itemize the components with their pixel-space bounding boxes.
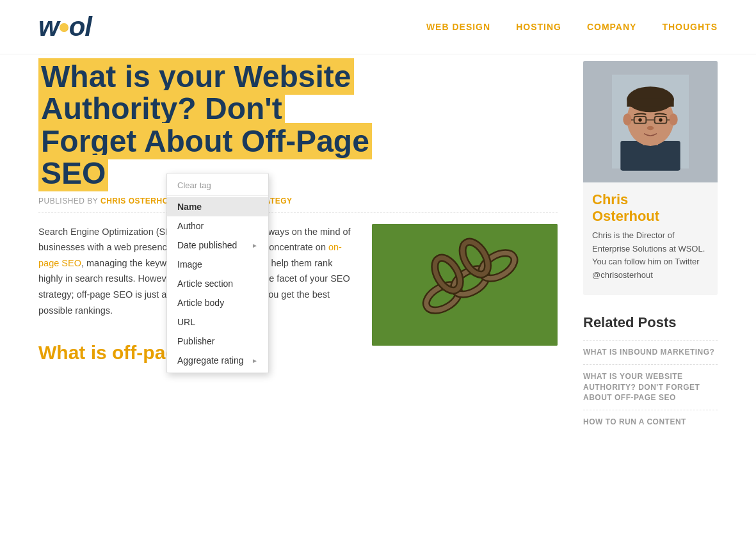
dropdown-item-date-published[interactable]: Date published ► bbox=[167, 236, 268, 255]
article-body: Search Engine Optimization (SEO) is a su… bbox=[38, 224, 558, 369]
dropdown-item-article-body[interactable]: Article body bbox=[167, 293, 268, 312]
dropdown-item-article-section[interactable]: Article section bbox=[167, 274, 268, 293]
nav-thoughts[interactable]: THOUGHTS bbox=[662, 22, 718, 32]
dropdown-item-author[interactable]: Author bbox=[167, 216, 268, 236]
svg-point-26 bbox=[647, 126, 654, 131]
chevron-right-icon-2: ► bbox=[252, 357, 258, 364]
header: wol WEB DESIGN HOSTING COMPANY THOUGHTS bbox=[0, 0, 756, 54]
dropdown-menu: Clear tag Name Author Date published ► I… bbox=[166, 173, 269, 373]
dropdown-item-aggregate-rating[interactable]: Aggregate rating ► bbox=[167, 351, 268, 370]
author-name: ChrisOsterhout bbox=[583, 182, 718, 229]
logo-text: wol bbox=[38, 12, 92, 42]
logo[interactable]: wol bbox=[38, 12, 92, 42]
article-title: What is your Website Authority? Don't Fo… bbox=[38, 61, 558, 190]
author-card: ChrisOsterhout Chris is the Director of … bbox=[583, 61, 718, 295]
svg-point-24 bbox=[638, 118, 641, 122]
related-post-2[interactable]: WHAT IS YOUR WEBSITE AUTHORITY? DON'T FO… bbox=[583, 364, 718, 410]
nav-company[interactable]: COMPANY bbox=[587, 22, 637, 32]
dropdown-item-name[interactable]: Name bbox=[167, 197, 268, 216]
related-posts: Related Posts WHAT IS INBOUND MARKETING?… bbox=[583, 314, 718, 434]
published-prefix: PUBLISHED BY bbox=[38, 197, 98, 205]
chevron-right-icon: ► bbox=[252, 242, 258, 249]
nav-hosting[interactable]: HOSTING bbox=[516, 22, 561, 32]
dropdown-item-publisher[interactable]: Publisher bbox=[167, 332, 268, 351]
related-post-3[interactable]: HOW TO RUN A CONTENT bbox=[583, 410, 718, 434]
logo-dot bbox=[60, 23, 68, 32]
dropdown-clear-tag[interactable]: Clear tag bbox=[167, 176, 268, 196]
chain-svg bbox=[372, 224, 558, 346]
title-line1: What is your Website bbox=[38, 58, 354, 95]
main-content: What is your Website Authority? Don't Fo… bbox=[0, 54, 756, 434]
navigation: WEB DESIGN HOSTING COMPANY THOUGHTS bbox=[426, 22, 718, 32]
author-photo-svg bbox=[612, 70, 689, 173]
dropdown-container: Clear tag Name Author Date published ► I… bbox=[166, 173, 269, 373]
sidebar: ChrisOsterhout Chris is the Director of … bbox=[583, 54, 718, 434]
author-bio: Chris is the Director of Enterprise Solu… bbox=[583, 229, 718, 282]
related-post-1[interactable]: WHAT IS INBOUND MARKETING? bbox=[583, 340, 718, 364]
article: What is your Website Authority? Don't Fo… bbox=[38, 54, 558, 434]
svg-point-25 bbox=[659, 118, 662, 122]
title-line4: SEO bbox=[38, 155, 108, 191]
svg-rect-16 bbox=[627, 98, 673, 106]
related-posts-title: Related Posts bbox=[583, 314, 718, 331]
svg-point-18 bbox=[669, 113, 677, 125]
dropdown-item-url[interactable]: URL bbox=[167, 312, 268, 332]
svg-point-17 bbox=[623, 113, 631, 125]
article-image bbox=[372, 224, 558, 346]
title-line2: Authority? Don't bbox=[38, 90, 285, 127]
nav-web-design[interactable]: WEB DESIGN bbox=[426, 22, 490, 32]
dropdown-item-image[interactable]: Image bbox=[167, 255, 268, 274]
published-line: PUBLISHED BY CHRIS OSTERHOUT | MARKETING… bbox=[38, 197, 558, 213]
title-line3: Forget About Off-Page bbox=[38, 123, 372, 159]
author-photo bbox=[583, 61, 718, 182]
